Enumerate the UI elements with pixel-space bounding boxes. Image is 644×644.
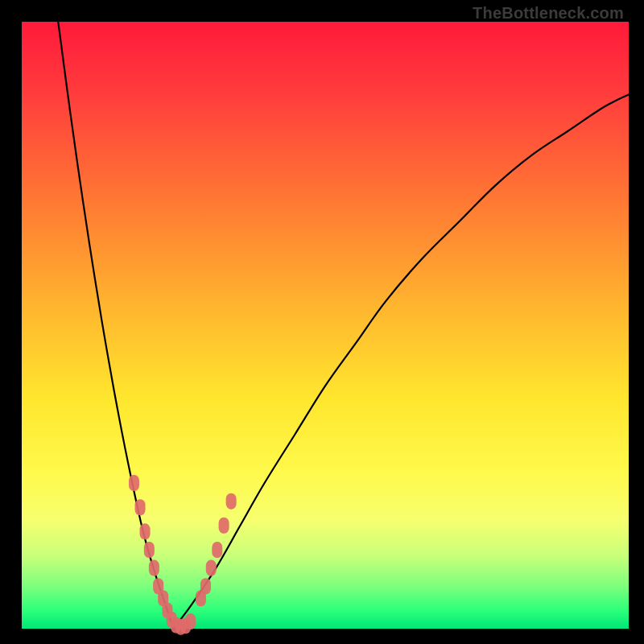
marker-point (140, 523, 151, 539)
marker-point (185, 613, 196, 630)
marker-point (144, 542, 155, 558)
marker-point (135, 499, 146, 515)
marker-point (206, 560, 217, 576)
marker-point (200, 578, 211, 594)
curve-left-branch (58, 22, 173, 629)
curve-right-branch (174, 94, 630, 629)
marker-point (219, 518, 229, 534)
marker-point (129, 475, 139, 491)
chart-frame: TheBottleneck.com (0, 0, 644, 644)
marker-point (226, 493, 237, 510)
marker-point (212, 542, 222, 558)
chart-svg (0, 0, 644, 644)
marker-point (149, 560, 159, 576)
